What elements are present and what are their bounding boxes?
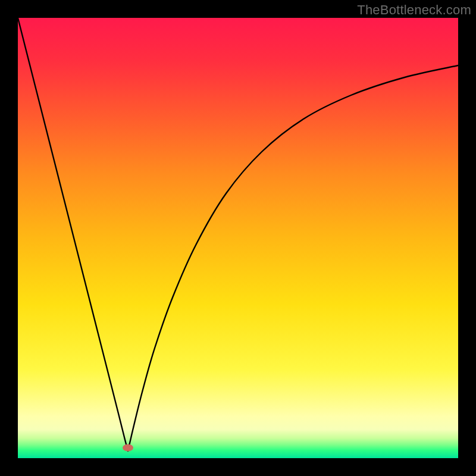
minimum-marker bbox=[123, 444, 133, 452]
gradient-background bbox=[18, 18, 458, 458]
bottleneck-chart bbox=[18, 18, 458, 458]
chart-frame: TheBottleneck.com bbox=[0, 0, 476, 476]
watermark-text: TheBottleneck.com bbox=[357, 2, 471, 18]
